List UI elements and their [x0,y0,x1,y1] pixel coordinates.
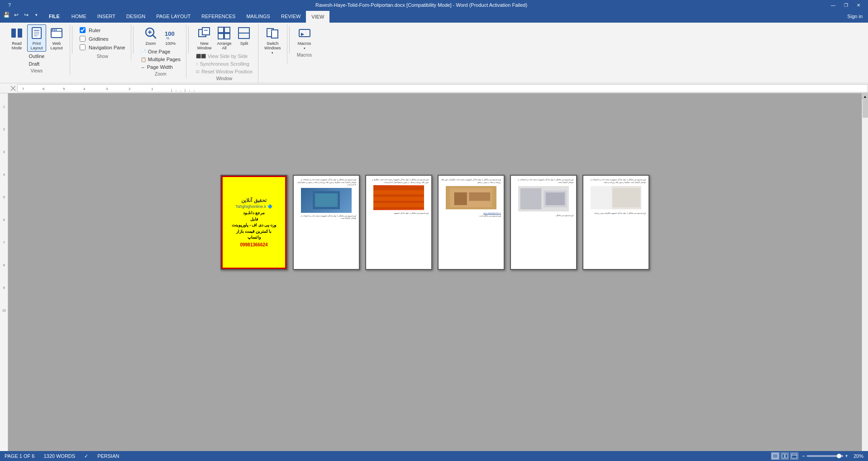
nav-pane-checkbox[interactable]: Navigation Pane [78,43,127,51]
sign-in-button[interactable]: Sign in [842,10,868,23]
svg-text:%: % [166,36,169,40]
reset-window-position-button[interactable]: ⊡ Reset Window Position [194,68,254,75]
web-layout-button[interactable]: Web Layout [47,24,66,52]
page6-image [591,185,641,210]
zoom-control: − + 20% [802,453,863,459]
scroll-up-button[interactable]: ▲ [862,93,868,100]
save-quick-button[interactable]: 💾 [2,11,11,19]
tab-mailings[interactable]: MAILINGS [241,10,276,23]
zoom-slider-thumb[interactable] [837,454,841,458]
zoom-slider[interactable] [807,455,843,457]
svg-rect-0 [11,29,16,38]
split-icon [237,26,251,40]
multiple-pages-button[interactable]: 📋 Multiple Pages [139,56,182,63]
vertical-scrollbar[interactable]: ▲ ▼ [862,93,868,461]
page-2-thumbnail[interactable]: لورم ایپسوم متن ساختگی با تولید سادگی نا… [293,175,360,270]
zoom-in-button[interactable]: + [845,453,848,459]
minimize-button[interactable]: — [827,1,839,9]
tab-home[interactable]: HOME [66,10,92,23]
gridlines-check[interactable] [80,36,86,42]
sep2 [133,26,134,53]
quick-access-toolbar: 💾 ↩ ↪ ▾ [0,10,43,20]
svg-line-13 [153,35,156,38]
page6-text: لورم ایپسوم متن ساختگی با تولید سادگی نا… [586,178,646,183]
help-button[interactable]: ? [4,1,15,9]
outline-label: Outline [29,53,45,59]
page-1-thumbnail[interactable]: تحقیق آنلاین Tahghighonline.ir 🔷 مرجع دا… [220,175,287,270]
svg-text:6: 6 [43,87,45,91]
restore-button[interactable]: ❐ [840,1,852,9]
svg-text:1: 1 [151,87,153,91]
close-button[interactable]: ✕ [853,1,864,9]
nav-pane-check[interactable] [80,44,86,50]
svg-text:4: 4 [83,87,86,91]
print-layout-view-button[interactable] [771,452,779,460]
print-layout-button[interactable]: Print Layout [27,24,46,52]
page5-text2: لورم ایپسوم متن ساختگی. [514,214,573,217]
page-width-label: Page Width [147,64,173,70]
page1-text: مرجع دانلـودفایلورد-پی دی اف - پاورپوینت… [232,210,277,241]
page3-text: لورم ایپسوم متن ساختگی با تولید سادگی نا… [369,178,429,183]
page-6-thumbnail[interactable]: لورم ایپسوم متن ساختگی با تولید سادگی نا… [582,175,649,270]
draft-button[interactable]: Draft [27,60,47,67]
svg-rect-61 [373,197,424,201]
svg-rect-2 [32,28,41,38]
page-4-thumbnail[interactable]: لورم ایپسوم متن ساختگی با تولید سادگی نا… [438,175,505,270]
split-button[interactable]: Split [234,24,253,47]
zoom-out-button[interactable]: − [802,453,805,459]
macros-button[interactable]: ▶ Macros ▾ [295,24,314,52]
tab-file[interactable]: FILE [43,10,66,23]
ruler-check[interactable] [80,27,86,33]
page-info: PAGE 1 OF 6 [5,453,34,459]
zoom-100-button[interactable]: 100% 100% [161,24,180,47]
word-count: 1320 WORDS [43,453,75,459]
undo-quick-button[interactable]: ↩ [12,11,21,19]
outline-button[interactable]: Outline [27,53,47,60]
page-width-button[interactable]: ↔ Page Width [139,63,182,71]
macros-group-label: Macros [297,52,312,58]
svg-rect-70 [546,192,565,205]
window-group-label: Window [216,75,233,81]
page-5-thumbnail[interactable]: لورم ایپسوم متن ساختگی با تولید سادگی نا… [510,175,577,270]
read-mode-button[interactable]: Read Mode [7,24,26,52]
redo-quick-button[interactable]: ↪ [22,11,31,19]
svg-text:4: 4 [3,173,5,176]
read-mode-view-button[interactable] [781,452,789,460]
page4-text2: لورم ایپسوم متن ساختگی است. [441,215,501,217]
zoom-button[interactable]: Zoom [141,24,160,47]
quick-access-more[interactable]: ▾ [32,11,41,19]
arrange-all-button[interactable]: Arrange All [215,24,234,52]
title-bar: ? Ravesh-Haye-Tolid-Fom-Poliportan.docx … [0,0,868,10]
svg-text:8: 8 [3,264,5,267]
tab-page-layout[interactable]: PAGE LAYOUT [151,10,196,23]
gridlines-checkbox[interactable]: Gridlines [78,35,127,43]
sync-scrolling-button[interactable]: ↕ Synchronous Scrolling [194,60,251,67]
scroll-thumb[interactable] [863,100,868,118]
tab-references[interactable]: REFERENCES [196,10,241,23]
page-3-thumbnail[interactable]: لورم ایپسوم متن ساختگی با تولید سادگی نا… [365,175,432,270]
tab-review[interactable]: REVIEW [276,10,306,23]
sep1 [72,26,72,53]
svg-rect-23 [218,34,224,39]
status-bar-right: − + 20% [771,452,863,460]
tab-insert[interactable]: INSERT [92,10,121,23]
ribbon-group-views: Read Mode Print Layout Web Layout Outlin… [4,24,70,75]
nav-pane-label: Navigation Pane [89,45,125,50]
new-window-button[interactable]: New Window [195,24,214,52]
ruler-checkbox[interactable]: Ruler [78,26,127,34]
tab-view[interactable]: VIEW [306,10,329,23]
svg-rect-46 [0,94,8,456]
tab-design[interactable]: DESIGN [121,10,151,23]
document-canvas[interactable]: تحقیق آنلاین Tahghighonline.ir 🔷 مرجع دا… [8,93,862,461]
one-page-label: One Page [148,49,171,54]
svg-rect-75 [782,454,784,458]
multiple-pages-label: Multiple Pages [148,57,181,62]
svg-point-10 [54,29,55,31]
split-label: Split [240,41,248,46]
one-page-button[interactable]: 📄 One Page [139,48,182,55]
zoom-100-icon: 100% [163,26,178,40]
web-view-button[interactable] [790,452,798,460]
reset-label: Reset Window Position [201,69,253,74]
view-side-by-side-button[interactable]: ⬛⬛ View Side by Side [194,53,249,60]
switch-windows-button[interactable]: Switch Windows ▾ [262,24,283,56]
